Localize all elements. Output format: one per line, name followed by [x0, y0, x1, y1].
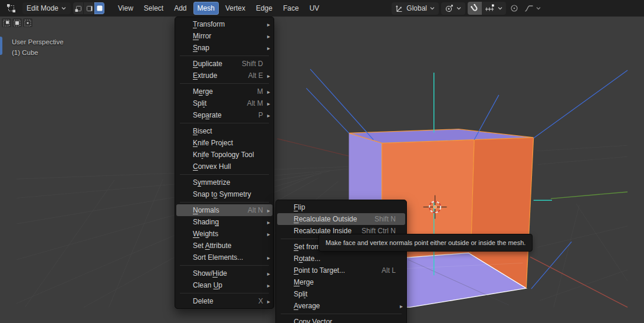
menu-item-label: Snap — [193, 44, 263, 52]
menu-item-split[interactable]: Split — [276, 288, 406, 300]
falloff-curve-icon — [524, 5, 534, 12]
menu-item-label: Transform — [193, 20, 263, 28]
menu-item-merge[interactable]: MergeM — [175, 86, 274, 97]
overlay-mode-button-2[interactable] — [12, 18, 22, 27]
menu-separator — [180, 265, 269, 266]
menu-add[interactable]: Add — [170, 2, 190, 15]
menu-item-mirror[interactable]: Mirror — [175, 30, 274, 42]
edge-select-icon — [85, 4, 93, 12]
menu-item-snap-to-symmetry[interactable]: Snap to Symmetry — [175, 188, 274, 200]
menu-item-set-attribute[interactable]: Set Attribute — [175, 240, 274, 252]
pivot-point-icon — [445, 4, 454, 13]
menu-item-symmetrize[interactable]: Symmetrize — [175, 177, 274, 188]
x-axis-line-right — [530, 257, 627, 307]
menu-item-transform[interactable]: Transform — [175, 18, 274, 30]
menu-uv[interactable]: UV — [305, 2, 324, 15]
submenu-arrow-icon — [264, 219, 270, 226]
menu-item-extrude[interactable]: ExtrudeAlt E — [175, 70, 274, 81]
menu-item-label: Convex Hull — [193, 162, 263, 171]
menu-view[interactable]: View — [114, 2, 137, 15]
menu-separator — [281, 314, 402, 314]
menu-mesh[interactable]: Mesh — [193, 2, 219, 15]
menu-item-split[interactable]: SplitAlt M — [175, 97, 274, 109]
menu-item-snap[interactable]: Snap — [175, 42, 274, 54]
menu-separator — [180, 83, 269, 84]
menu-item-label: Shading — [193, 218, 263, 226]
menu-item-label: Bisect — [193, 127, 263, 135]
menu-separator — [180, 56, 269, 56]
menu-item-separate[interactable]: SeparateP — [175, 109, 274, 121]
active-object-label: (1) Cube — [12, 47, 64, 58]
menu-item-shading[interactable]: Shading — [175, 216, 274, 228]
edge-select-button[interactable] — [84, 2, 94, 14]
menu-item-label: Point to Target... — [294, 266, 382, 275]
menu-item-knife-project[interactable]: Knife Project — [175, 137, 274, 149]
blender-window: Edit Mode — [0, 0, 644, 323]
menu-item-rotate[interactable]: Rotate... — [276, 253, 406, 265]
menu-separator — [180, 174, 269, 175]
menu-item-shortcut: Alt L — [382, 266, 396, 275]
editor-type-button[interactable] — [2, 2, 20, 15]
menu-item-shortcut: Alt M — [247, 99, 263, 107]
menu-item-label: Set Attribute — [193, 242, 263, 250]
snap-toggle-button[interactable] — [468, 2, 482, 15]
menu-item-shortcut: M — [257, 87, 263, 96]
vertex-select-button[interactable] — [73, 2, 84, 14]
submenu-arrow-icon — [264, 298, 270, 305]
face-select-button[interactable] — [94, 2, 104, 14]
menu-item-knife-topology-tool[interactable]: Knife Topology Tool — [175, 149, 274, 161]
menu-item-weights[interactable]: Weights — [175, 228, 274, 240]
menu-item-show-hide[interactable]: Show/Hide — [175, 267, 274, 279]
dashed-square-filled-icon — [14, 19, 21, 27]
menu-item-label: Delete — [193, 297, 258, 305]
menu-item-label: Knife Project — [193, 139, 263, 147]
menu-select[interactable]: Select — [140, 2, 167, 15]
menu-edge[interactable]: Edge — [252, 2, 277, 15]
submenu-arrow-icon — [264, 89, 270, 95]
chevron-down-icon — [456, 5, 462, 11]
menu-item-label: Show/Hide — [193, 269, 263, 278]
view-perspective-label: User Perspective — [12, 37, 64, 47]
submenu-arrow-icon — [264, 282, 270, 289]
active-tool-button-edge[interactable] — [0, 37, 2, 55]
snap-settings-dropdown[interactable] — [482, 2, 506, 15]
submenu-arrow-icon — [264, 207, 270, 214]
menu-face[interactable]: Face — [279, 2, 303, 15]
menu-item-label: Extrude — [193, 71, 248, 80]
mode-dropdown[interactable]: Edit Mode — [22, 2, 71, 14]
menu-item-flip[interactable]: Flip — [276, 201, 406, 213]
menu-item-label: Duplicate — [193, 60, 242, 68]
transform-orientation-icon — [395, 4, 404, 13]
menu-item-sort-elements[interactable]: Sort Elements... — [175, 252, 274, 263]
submenu-arrow-icon — [264, 73, 270, 79]
pivot-dropdown[interactable] — [441, 2, 465, 15]
orientation-dropdown[interactable]: Global — [392, 2, 439, 15]
y-axis-line-right — [551, 192, 627, 198]
vertex-select-icon — [74, 4, 83, 12]
menu-item-label: Clean Up — [193, 281, 263, 289]
menu-item-label: Rotate... — [294, 255, 396, 263]
menu-item-convex-hull[interactable]: Convex Hull — [175, 161, 274, 172]
menu-item-point-to-target[interactable]: Point to Target...Alt L — [276, 265, 406, 276]
menu-vertex[interactable]: Vertex — [221, 2, 249, 15]
overlay-mode-button-3[interactable] — [23, 18, 32, 27]
menu-item-label: Separate — [193, 111, 258, 119]
menu-item-label: Merge — [193, 87, 257, 96]
menu-item-average[interactable]: Average — [276, 300, 406, 312]
menu-item-shortcut: Alt N — [248, 206, 263, 214]
menu-item-copy-vector[interactable]: Copy Vector — [276, 316, 406, 323]
menu-item-recalculate-outside[interactable]: Recalculate OutsideShift N — [277, 213, 405, 225]
menu-item-shortcut: Shift D — [242, 60, 263, 68]
menu-item-merge[interactable]: Merge — [276, 276, 406, 288]
normals-submenu: FlipRecalculate OutsideShift NRecalculat… — [275, 200, 407, 323]
menu-item-normals[interactable]: NormalsAlt N — [176, 204, 272, 216]
falloff-dropdown[interactable] — [523, 3, 543, 14]
menu-item-delete[interactable]: DeleteX — [175, 295, 274, 307]
overlay-mode-button-1[interactable] — [2, 18, 11, 27]
menu-item-clean-up[interactable]: Clean Up — [175, 279, 274, 291]
menu-item-label: Split — [193, 99, 247, 107]
menu-item-label: Flip — [294, 203, 396, 211]
menu-item-bisect[interactable]: Bisect — [175, 125, 274, 137]
proportional-edit-toggle[interactable] — [508, 2, 520, 14]
menu-item-duplicate[interactable]: DuplicateShift D — [175, 58, 274, 70]
